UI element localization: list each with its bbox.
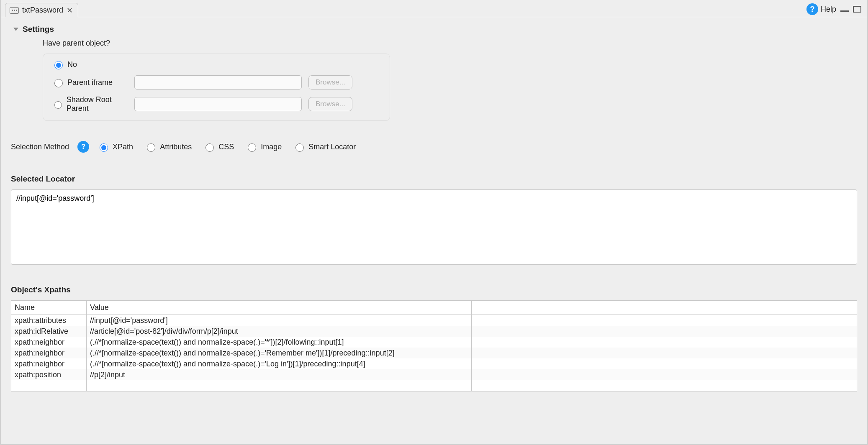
radio-smart[interactable]: [295, 143, 304, 152]
radio-css[interactable]: [205, 143, 214, 152]
xpaths-title: Object's Xpaths: [11, 285, 857, 294]
radio-xpath-label: XPath: [113, 143, 133, 151]
selection-method-group: XPath Attributes CSS Image Smart Locator: [98, 142, 356, 152]
xpath-name-cell: xpath:neighbor: [11, 358, 87, 369]
xpath-spare-cell: [472, 348, 857, 358]
xpaths-header-spare: [472, 301, 857, 315]
xpath-value-cell: //input[@id='password']: [87, 315, 472, 326]
selected-locator-title: Selected Locator: [11, 174, 857, 184]
xpath-value-cell: //p[2]/input: [87, 369, 472, 380]
radio-no-label: No: [67, 60, 77, 69]
xpath-spare-cell: [472, 315, 857, 326]
settings-header: Settings: [11, 17, 857, 39]
xpath-name-cell: xpath:attributes: [11, 315, 87, 326]
table-row[interactable]: xpath:neighbor(.//*[normalize-space(text…: [11, 348, 857, 358]
xpaths-header-name[interactable]: Name: [11, 301, 87, 315]
radio-attributes[interactable]: [147, 143, 155, 152]
parent-object-group: No Parent iframe Browse... Shadow Root P…: [43, 54, 390, 121]
content-area: Settings Have parent object? No Parent i…: [1, 17, 867, 444]
xpath-name-cell: xpath:neighbor: [11, 348, 87, 358]
selected-locator-input[interactable]: [11, 189, 857, 265]
selection-method-row: Selection Method ? XPath Attributes CSS …: [11, 124, 857, 156]
table-row[interactable]: xpath:position//p[2]/input: [11, 369, 857, 380]
xpath-name-cell: xpath:position: [11, 369, 87, 380]
table-row[interactable]: xpath:attributes//input[@id='password']: [11, 315, 857, 326]
tab-bar: txtPassword ✕ ? Help: [1, 0, 867, 17]
selection-help-icon[interactable]: ?: [77, 141, 89, 153]
xpath-value-cell: //article[@id='post-82']/div/div/form/p[…: [87, 326, 472, 337]
xpath-value-cell: (.//*[normalize-space(text()) and normal…: [87, 358, 472, 369]
editor-tab[interactable]: txtPassword ✕: [5, 3, 78, 17]
settings-title: Settings: [23, 25, 54, 34]
table-row[interactable]: xpath:idRelative//article[@id='post-82']…: [11, 326, 857, 337]
browse-iframe-button[interactable]: Browse...: [308, 75, 352, 90]
xpath-name-cell: xpath:neighbor: [11, 337, 87, 348]
radio-parent-iframe-label: Parent iframe: [67, 78, 113, 87]
help-button[interactable]: ? Help: [806, 3, 836, 15]
disclosure-triangle-icon[interactable]: [13, 28, 18, 31]
selection-method-label: Selection Method: [11, 143, 69, 151]
maximize-button[interactable]: [853, 6, 861, 13]
radio-attributes-label: Attributes: [160, 143, 192, 151]
toolbar-right: ? Help: [806, 0, 864, 17]
radio-shadow-root-label: Shadow Root Parent: [67, 95, 128, 113]
browse-shadow-button[interactable]: Browse...: [308, 97, 352, 111]
xpath-spare-cell: [472, 369, 857, 380]
tabs-container: txtPassword ✕: [1, 0, 78, 17]
help-label: Help: [821, 5, 836, 14]
radio-smart-label: Smart Locator: [308, 143, 356, 151]
xpath-spare-cell: [472, 358, 857, 369]
radio-shadow-root[interactable]: [54, 101, 62, 109]
xpath-value-cell: (.//*[normalize-space(text()) and normal…: [87, 337, 472, 348]
radio-xpath[interactable]: [100, 143, 108, 152]
minimize-button[interactable]: [840, 7, 849, 12]
radio-image[interactable]: [248, 143, 256, 152]
app-frame: txtPassword ✕ ? Help Settings Have paren…: [0, 0, 868, 445]
shadow-root-input[interactable]: [134, 97, 302, 111]
table-row: [11, 380, 857, 391]
xpath-value-cell: (.//*[normalize-space(text()) and normal…: [87, 348, 472, 358]
parent-question-label: Have parent object?: [43, 39, 857, 48]
radio-css-label: CSS: [218, 143, 234, 151]
radio-parent-iframe[interactable]: [54, 79, 63, 87]
xpath-spare-cell: [472, 326, 857, 337]
xpath-name-cell: xpath:idRelative: [11, 326, 87, 337]
radio-no[interactable]: [54, 61, 63, 69]
table-row[interactable]: xpath:neighbor(.//*[normalize-space(text…: [11, 358, 857, 369]
table-row[interactable]: xpath:neighbor(.//*[normalize-space(text…: [11, 337, 857, 348]
settings-body: Have parent object? No Parent iframe Bro…: [11, 39, 857, 124]
close-tab-icon[interactable]: ✕: [67, 7, 73, 14]
radio-image-label: Image: [261, 143, 282, 151]
tab-label: txtPassword: [22, 6, 63, 15]
xpaths-table: Name Value xpath:attributes//input[@id='…: [11, 300, 857, 391]
parent-iframe-input[interactable]: [134, 75, 302, 90]
xpaths-header-value[interactable]: Value: [87, 301, 472, 315]
xpath-spare-cell: [472, 337, 857, 348]
object-icon: [10, 7, 19, 14]
help-icon: ?: [806, 3, 818, 15]
